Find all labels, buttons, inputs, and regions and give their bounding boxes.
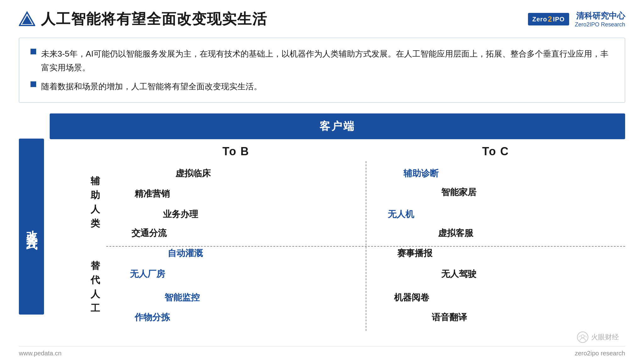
dashed-vertical-line bbox=[366, 161, 366, 331]
page-container: 人工智能将有望全面改变现实生活 Zero 2 IPO 清科研究中心 Zero2I… bbox=[0, 0, 644, 362]
bullet-item-2: 随着数据和场景的增加，人工智能将有望全面改变现实生活。 bbox=[31, 80, 613, 93]
header-left: 人工智能将有望全面改变现实生活 bbox=[19, 9, 267, 29]
row-label-text-top: 辅助人类 bbox=[91, 174, 100, 230]
row-label-top: 辅助人类 bbox=[50, 161, 106, 243]
quad-top-left: 虚拟临床 精准营销 业务办理 交通分流 bbox=[106, 161, 366, 243]
matrix-content: 客户端 To B To C 辅助人类 替代人工 bbox=[50, 113, 625, 331]
bullet-box: 未来3-5年，AI可能仍以智能服务发展为主，在现有技术的基础上，以机器作为人类辅… bbox=[19, 38, 625, 103]
logo-cn: 清科研究中心 bbox=[575, 10, 625, 21]
logo-text: 清科研究中心 Zero2IPO Research bbox=[575, 10, 625, 28]
item-业务办理: 业务办理 bbox=[163, 208, 198, 220]
logo-en: Zero2IPO Research bbox=[575, 21, 625, 28]
watermark: 火眼财经 bbox=[577, 331, 619, 343]
item-智能监控: 智能监控 bbox=[164, 292, 200, 304]
item-机器阅卷: 机器阅卷 bbox=[394, 292, 429, 304]
left-bar-text: 改造方式 bbox=[24, 222, 39, 232]
row-labels-col: 辅助人类 替代人工 bbox=[50, 161, 106, 331]
item-辅助诊断: 辅助诊断 bbox=[403, 167, 439, 179]
header-right: Zero 2 IPO 清科研究中心 Zero2IPO Research bbox=[528, 10, 625, 28]
grid-cells: 虚拟临床 精准营销 业务办理 交通分流 辅助诊断 智能家居 无人机 虚拟客服 bbox=[106, 161, 625, 331]
logo-ipo: IPO bbox=[553, 16, 564, 23]
item-自动灌溉: 自动灌溉 bbox=[168, 247, 203, 259]
watermark-icon bbox=[577, 331, 589, 343]
quad-bottom-right: 赛事播报 无人驾驶 机器阅卷 语音翻译 bbox=[366, 243, 625, 331]
item-赛事播报: 赛事播报 bbox=[397, 247, 432, 259]
row-label-text-bottom: 替代人工 bbox=[91, 259, 100, 315]
footer-left: www.pedata.cn bbox=[19, 350, 62, 357]
bullet-square-1 bbox=[31, 49, 36, 54]
logo-2: 2 bbox=[548, 15, 552, 24]
item-语音翻译: 语音翻译 bbox=[432, 311, 467, 323]
quad-top-right: 辅助诊断 智能家居 无人机 虚拟客服 bbox=[366, 161, 625, 243]
item-交通分流: 交通分流 bbox=[131, 227, 167, 239]
matrix-section: 改造方式 客户端 To B To C 辅助人类 bbox=[19, 113, 625, 331]
grid-body: 辅助人类 替代人工 虚拟临床 精准 bbox=[50, 161, 625, 331]
bullet-text-2: 随着数据和场景的增加，人工智能将有望全面改变现实生活。 bbox=[41, 80, 262, 93]
quad-bottom-left: 自动灌溉 无人厂房 智能监控 作物分拣 bbox=[106, 243, 366, 331]
footer: www.pedata.cn zero2ipo research bbox=[19, 346, 625, 357]
item-无人厂房: 无人厂房 bbox=[130, 268, 165, 280]
item-智能家居: 智能家居 bbox=[441, 186, 476, 198]
triangle-icon bbox=[19, 11, 35, 27]
logo-zero: Zero bbox=[532, 16, 547, 23]
header: 人工智能将有望全面改变现实生活 Zero 2 IPO 清科研究中心 Zero2I… bbox=[19, 9, 625, 29]
left-label-col: 改造方式 bbox=[19, 139, 44, 315]
svg-marker-1 bbox=[22, 15, 32, 24]
left-bar: 改造方式 bbox=[19, 139, 44, 315]
bullet-item-1: 未来3-5年，AI可能仍以智能服务发展为主，在现有技术的基础上，以机器作为人类辅… bbox=[31, 47, 613, 74]
bullet-text-1: 未来3-5年，AI可能仍以智能服务发展为主，在现有技术的基础上，以机器作为人类辅… bbox=[41, 47, 613, 74]
col-sub-label bbox=[50, 139, 106, 161]
footer-right: zero2ipo research bbox=[575, 350, 625, 357]
page-title: 人工智能将有望全面改变现实生活 bbox=[41, 9, 267, 29]
customer-bar: 客户端 bbox=[50, 113, 625, 139]
bullet-square-2 bbox=[31, 81, 36, 87]
item-无人机: 无人机 bbox=[388, 208, 414, 220]
row-label-bottom: 替代人工 bbox=[50, 243, 106, 331]
item-精准营销: 精准营销 bbox=[135, 188, 170, 200]
item-作物分拣: 作物分拣 bbox=[135, 311, 170, 323]
col-tob-label: To B bbox=[106, 139, 365, 161]
col-toc-label: To C bbox=[366, 139, 625, 161]
svg-point-3 bbox=[581, 335, 584, 338]
col-headers: To B To C bbox=[50, 139, 625, 161]
watermark-text: 火眼财经 bbox=[591, 332, 619, 342]
item-虚拟临床: 虚拟临床 bbox=[175, 167, 211, 179]
item-无人驾驶: 无人驾驶 bbox=[441, 268, 476, 280]
item-虚拟客服: 虚拟客服 bbox=[438, 227, 473, 239]
brand-logo: Zero 2 IPO bbox=[528, 13, 569, 25]
